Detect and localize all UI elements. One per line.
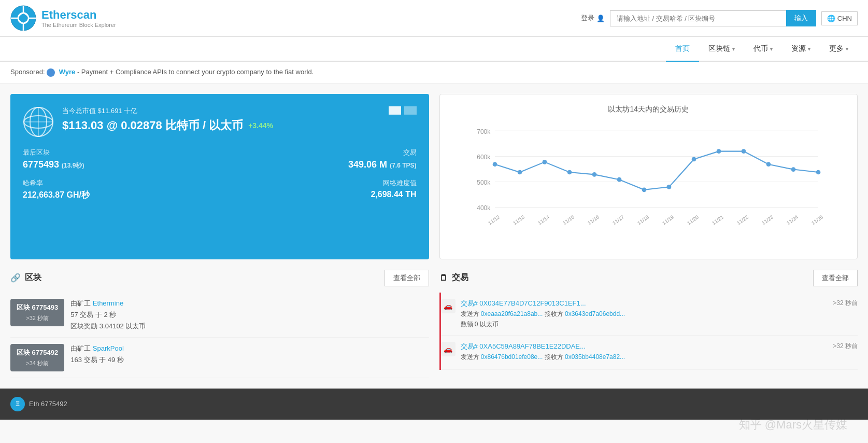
search-bar: 输入 <box>610 10 816 26</box>
tx-type-icon: 🚗 <box>441 342 456 356</box>
chevron-down-icon: ▾ <box>808 46 810 52</box>
block-badge: 区块 6775492 >34 秒前 <box>10 344 64 371</box>
svg-point-21 <box>542 160 547 164</box>
tx-addresses: 发送方 0xeaaa20f6a21a8ab... 接收方 0x3643ed7a0… <box>461 310 858 319</box>
nav-item-resources[interactable]: 资源 ▾ <box>782 37 820 61</box>
toggle-btn-1[interactable] <box>389 106 401 115</box>
transaction-history-chart: 700k 600k 500k 400k <box>450 122 847 247</box>
hash-rate-stat: 哈希率 212,663.87 GH/秒 <box>23 178 216 201</box>
blocks-view-all-button[interactable]: 查看全部 <box>385 270 429 286</box>
nav-item-more[interactable]: 更多 ▾ <box>820 37 858 61</box>
toggle-btn-2[interactable] <box>404 106 417 115</box>
header: Etherscan The Ethereum Block Explorer 登录… <box>0 0 868 37</box>
sponsored-label: Sponsored: <box>10 68 45 76</box>
block-item: 区块 6775493 >32 秒前 由矿工 Ethermine 57 交易 于 … <box>10 293 429 338</box>
svg-point-32 <box>816 170 820 174</box>
svg-text:11/19: 11/19 <box>661 214 674 226</box>
svg-text:600k: 600k <box>477 153 491 160</box>
svg-text:11/21: 11/21 <box>710 214 724 226</box>
block-miner: 由矿工 Ethermine <box>70 299 429 308</box>
block-info: 由矿工 SparkPool 163 交易 于 49 秒 <box>70 344 429 367</box>
tx-hash-row: 交易# 0XA5C59A89AF78BE1E22DDAE... >32 秒前 <box>461 342 858 351</box>
tx-item: 🚗 交易# 0X034E77B4D7C12F9013C1EF1... >32 秒… <box>441 293 858 336</box>
miner-link[interactable]: Ethermine <box>93 299 123 307</box>
logo-area: Etherscan The Ethereum Block Explorer <box>10 5 116 31</box>
login-button[interactable]: 登录 👤 <box>581 13 605 23</box>
stats-row-2: 哈希率 212,663.87 GH/秒 网络难度值 2,698.44 TH <box>23 178 417 201</box>
language-button[interactable]: 🌐 CHN <box>821 11 858 25</box>
block-badge: 区块 6775493 >32 秒前 <box>10 299 64 326</box>
chart-title: 以太坊14天内的交易历史 <box>450 105 847 114</box>
svg-point-31 <box>791 167 795 172</box>
etherscan-logo-icon <box>10 5 36 31</box>
svg-point-25 <box>642 187 646 192</box>
tx-view-all-button[interactable]: 查看全部 <box>813 270 858 286</box>
site-title: Etherscan <box>41 8 116 22</box>
svg-text:11/23: 11/23 <box>760 214 774 226</box>
price-change: +3.44% <box>248 121 273 130</box>
nav-item-blockchain[interactable]: 区块链 ▾ <box>699 37 744 61</box>
tx-to-link[interactable]: 0x3643ed7a06ebdd... <box>565 310 625 317</box>
svg-point-19 <box>492 162 497 167</box>
svg-point-22 <box>567 170 572 174</box>
blocks-title: 🔗 区块 <box>10 272 41 283</box>
tx-addresses: 发送方 0x86476bd01efe08e... 接收方 0x035bb4408… <box>461 353 858 362</box>
svg-point-24 <box>617 177 621 182</box>
svg-text:11/17: 11/17 <box>611 214 624 226</box>
toggle-area <box>389 106 417 115</box>
tx-list: 🚗 交易# 0X034E77B4D7C12F9013C1EF1... >32 秒… <box>439 293 858 370</box>
tx-stat: 交易 349.06 M (7.6 TPS) <box>224 148 417 170</box>
blocks-panel: 🔗 区块 查看全部 区块 6775493 >32 秒前 由矿工 Ethermin… <box>10 270 429 378</box>
footer-eth-label: Eth 6775492 <box>29 400 67 408</box>
chart-card: 以太坊14天内的交易历史 700k 600k 500k 400k <box>439 94 858 259</box>
block-miner: 由矿工 SparkPool <box>70 344 429 353</box>
eth-footer-icon: Ξ <box>10 397 25 411</box>
globe-small-icon: 🌐 <box>827 15 835 22</box>
tx-amount: 数额 0 以太币 <box>461 320 858 329</box>
nav-item-tokens[interactable]: 代币 ▾ <box>744 37 782 61</box>
svg-point-26 <box>666 185 671 189</box>
tx-hash-row: 交易# 0X034E77B4D7C12F9013C1EF1... >32 秒前 <box>461 299 858 308</box>
svg-text:11/14: 11/14 <box>536 214 550 226</box>
tx-from-link[interactable]: 0x86476bd01efe08e... <box>481 353 543 361</box>
block-reward: 区块奖励 3.04102 以太币 <box>70 322 429 331</box>
tx-type-icon: 🚗 <box>441 299 456 313</box>
svg-text:11/20: 11/20 <box>686 214 700 226</box>
nav-item-home[interactable]: 首页 <box>666 37 699 62</box>
svg-point-27 <box>691 157 696 161</box>
sponsored-bar: Sponsored: Wyre - Payment + Compliance A… <box>0 62 868 84</box>
blocks-icon: 🔗 <box>10 273 21 283</box>
globe-large-icon <box>23 106 54 137</box>
site-subtitle: The Ethereum Block Explorer <box>41 22 116 28</box>
tx-from-link[interactable]: 0xeaaa20f6a21a8ab... <box>481 310 543 317</box>
block-info: 由矿工 Ethermine 57 交易 于 2 秒 区块奖励 3.04102 以… <box>70 299 429 331</box>
svg-point-23 <box>592 172 596 177</box>
tx-hash-link[interactable]: 交易# 0XA5C59A89AF78BE1E22DDAE... <box>461 342 586 351</box>
last-block-stat: 最后区块 6775493 (13.9秒) <box>23 148 216 170</box>
main-content: 当今总市值 $11.691 十亿 $113.03 @ 0.02878 比特币 /… <box>0 84 868 270</box>
tx-item: 🚗 交易# 0XA5C59A89AF78BE1E22DDAE... >32 秒前… <box>441 336 858 370</box>
tx-time: >32 秒前 <box>833 299 858 308</box>
wyre-icon <box>47 68 55 77</box>
svg-point-30 <box>766 162 771 167</box>
svg-point-28 <box>716 149 721 154</box>
block-txns: 57 交易 于 2 秒 <box>70 310 429 320</box>
tx-hash-link[interactable]: 交易# 0X034E77B4D7C12F9013C1EF1... <box>461 299 586 308</box>
stats-row-1: 最后区块 6775493 (13.9秒) 交易 349.06 M (7.6 TP… <box>23 148 417 170</box>
tx-to-link[interactable]: 0x035bb4408e7a82... <box>565 353 625 361</box>
tx-panel: 🗒 交易 查看全部 🚗 交易# 0X034E77B4D7C12F9013C1EF… <box>439 270 858 378</box>
tx-info: 交易# 0X034E77B4D7C12F9013C1EF1... >32 秒前 … <box>461 299 858 329</box>
market-cap-label: 当今总市值 $11.691 十亿 <box>62 106 380 116</box>
miner-link[interactable]: SparkPool <box>93 344 124 352</box>
tx-icon: 🗒 <box>439 273 448 283</box>
tx-time: >32 秒前 <box>833 342 858 351</box>
svg-point-29 <box>741 149 746 154</box>
tx-title: 🗒 交易 <box>439 272 468 283</box>
search-button[interactable]: 输入 <box>786 10 816 26</box>
svg-text:500k: 500k <box>477 179 491 186</box>
footer-bar: Ξ Eth 6775492 <box>0 389 868 420</box>
header-right: 登录 👤 输入 🌐 CHN <box>581 10 858 26</box>
sponsor-link[interactable]: Wyre <box>59 68 76 76</box>
search-input[interactable] <box>610 10 786 26</box>
footer-eth: Ξ Eth 6775492 <box>10 397 67 411</box>
